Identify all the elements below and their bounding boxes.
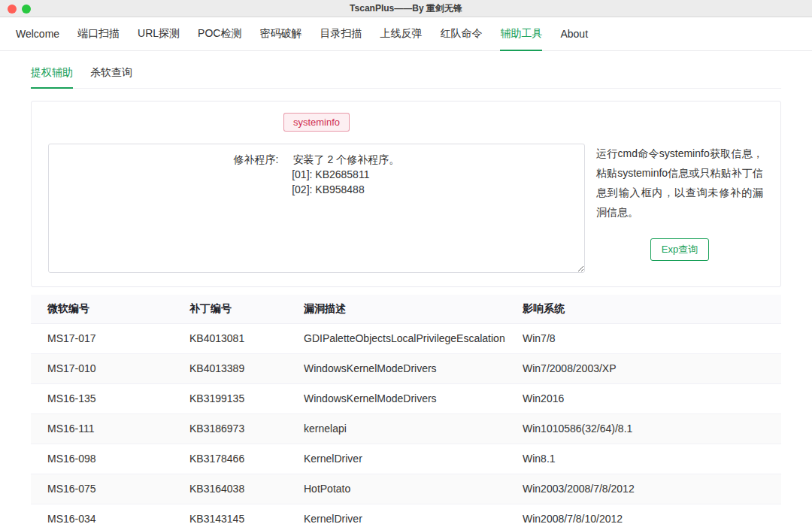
table-row: MS17-017 KB4013081 GDIPaletteObjectsLoca… [31,323,781,353]
cell-description: GDIPaletteObjectsLocalPrivilegeEscalatio… [287,323,506,353]
cell-ms-id: MS17-010 [31,353,173,383]
tab-port-scan[interactable]: 端口扫描 [77,17,120,50]
systeminfo-input[interactable]: 修补程序: 安装了 2 个修补程序。 [01]: KB2685811 [ [48,144,585,273]
cell-ms-id: MS16-135 [31,383,173,413]
cell-description: kernelapi [287,413,506,444]
column-header-description: 漏洞描述 [287,295,506,323]
systeminfo-tag[interactable]: systeminfo [283,113,350,132]
input-column: systeminfo 修补程序: 安装了 2 个修补程序。 [01]: KB26… [48,113,585,276]
subtab-av-query[interactable]: 杀软查询 [90,66,132,88]
table-row: MS16-075 KB3164038 HotPotato Win2003/200… [31,474,781,504]
tab-poc-check[interactable]: POC检测 [198,17,241,50]
column-header-ms-id: 微软编号 [31,295,173,323]
help-text: 运行cmd命令systeminfo获取信息，粘贴systeminfo信息或只粘贴… [596,144,763,222]
tab-reverse-shell[interactable]: 上线反弹 [380,17,422,50]
cell-ms-id: MS16-111 [31,413,173,444]
tag-row: systeminfo [48,113,585,132]
cell-kb-id: KB3143145 [173,504,287,524]
cell-description: KernelDriver [287,444,506,474]
cell-affected-systems: Win7/8 [506,323,781,353]
tab-redteam-commands[interactable]: 红队命令 [440,17,482,50]
cell-affected-systems: Win2003/2008/7/8/2012 [506,474,781,504]
help-column: 运行cmd命令systeminfo获取信息，粘贴systeminfo信息或只粘贴… [596,113,764,276]
cell-ms-id: MS17-017 [31,323,173,353]
cell-kb-id: KB3164038 [173,474,287,504]
tab-aux-tools[interactable]: 辅助工具 [500,17,542,50]
cell-ms-id: MS16-098 [31,444,173,474]
subtab-privilege-escalation[interactable]: 提权辅助 [31,66,73,88]
cell-kb-id: KB3186973 [173,413,287,444]
cell-kb-id: KB3199135 [173,383,287,413]
tab-password-crack[interactable]: 密码破解 [259,17,301,50]
cell-affected-systems: Win8.1 [506,444,781,474]
window-title: TscanPlus——By 重剑无锋 [0,2,812,15]
cell-ms-id: MS16-075 [31,474,173,504]
cell-ms-id: MS16-034 [31,504,173,524]
column-header-affected-systems: 影响系统 [506,295,781,323]
sub-tab-bar: 提权辅助 杀软查询 [31,66,781,89]
systeminfo-query-panel: systeminfo 修补程序: 安装了 2 个修补程序。 [01]: KB26… [31,101,781,287]
cell-description: HotPotato [287,474,506,504]
table-row: MS16-135 KB3199135 WindowsKernelModeDriv… [31,383,781,413]
table-row: MS16-111 KB3186973 kernelapi Win1010586(… [31,413,781,444]
exp-query-button[interactable]: Exp查询 [650,238,709,261]
close-window-icon[interactable] [8,5,17,14]
cell-kb-id: KB3178466 [173,444,287,474]
window-controls [8,0,31,17]
cell-kb-id: KB4013389 [173,353,287,383]
table-row: MS17-010 KB4013389 WindowsKernelModeDriv… [31,353,781,383]
cell-affected-systems: Win2008/7/8/10/2012 [506,504,781,524]
cell-kb-id: KB4013081 [173,323,287,353]
tab-dir-scan[interactable]: 目录扫描 [320,17,362,50]
cell-description: WindowsKernelModeDrivers [287,383,506,413]
cell-affected-systems: Win1010586(32/64)/8.1 [506,413,781,444]
button-row: Exp查询 [596,238,763,261]
tab-welcome[interactable]: Welcome [16,17,59,50]
table-row: MS16-098 KB3178466 KernelDriver Win8.1 [31,444,781,474]
titlebar: TscanPlus——By 重剑无锋 [0,0,812,17]
tab-url-probe[interactable]: URL探测 [138,17,180,50]
cell-description: WindowsKernelModeDrivers [287,353,506,383]
tab-about[interactable]: About [560,17,588,50]
column-header-kb-id: 补丁编号 [173,295,287,323]
fullscreen-window-icon[interactable] [22,5,31,14]
cell-description: KernelDriver [287,504,506,524]
table-row: MS16-034 KB3143145 KernelDriver Win2008/… [31,504,781,524]
cell-affected-systems: Win7/2008/2003/XP [506,353,781,383]
table-header-row: 微软编号 补丁编号 漏洞描述 影响系统 [31,295,781,323]
main-nav: Welcome 端口扫描 URL探测 POC检测 密码破解 目录扫描 上线反弹 … [0,17,812,51]
vuln-table: 微软编号 补丁编号 漏洞描述 影响系统 MS17-017 KB4013081 G… [31,295,781,524]
cell-affected-systems: Win2016 [506,383,781,413]
